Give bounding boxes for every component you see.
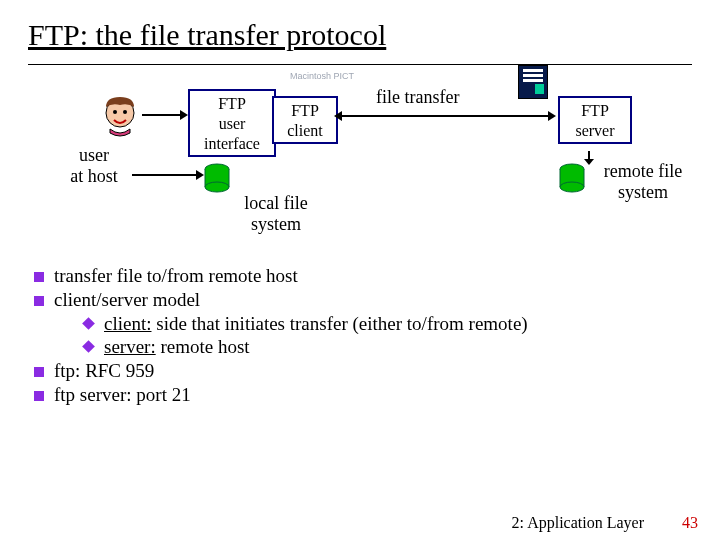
- footer: 2: Application Layer 43: [512, 514, 698, 532]
- ui-box-line1: FTP: [194, 94, 270, 114]
- footer-page-number: 43: [682, 514, 698, 531]
- ui-box-line3: interface: [194, 134, 270, 154]
- client-rest: side that initiates transfer (either to/…: [151, 313, 527, 334]
- client-box-line1: FTP: [278, 101, 332, 121]
- ftp-user-interface-box: FTP user interface: [188, 89, 276, 157]
- arrow-transfer: [334, 107, 556, 125]
- svg-marker-7: [548, 111, 556, 121]
- ftp-client-box: FTP client: [272, 96, 338, 144]
- bullet-transfer: transfer file to/from remote host: [32, 265, 692, 287]
- bullet-model-text: client/server model: [54, 289, 200, 310]
- sub-bullet-server: server: remote host: [82, 336, 692, 358]
- arrow-user-to-ui: [142, 109, 188, 121]
- bullet-model: client/server model client: side that in…: [32, 289, 692, 358]
- slide-title: FTP: the file transfer protocol: [28, 18, 692, 52]
- footer-chapter: 2: Application Layer: [512, 514, 644, 531]
- user-at-host-line1: user: [54, 145, 134, 166]
- server-box-line1: FTP: [564, 101, 626, 121]
- svg-point-19: [560, 182, 584, 192]
- server-box-line2: server: [564, 121, 626, 141]
- server-rest: remote host: [156, 336, 250, 357]
- arrow-user-to-localfs: [132, 169, 204, 181]
- local-disk-icon: [203, 163, 231, 193]
- bullet-port: ftp server: port 21: [32, 384, 692, 406]
- svg-point-1: [113, 110, 117, 114]
- remote-disk-icon: [558, 163, 586, 193]
- client-term: client:: [104, 313, 151, 334]
- title-divider: [28, 64, 692, 65]
- ftp-server-box: FTP server: [558, 96, 632, 144]
- user-at-host-label: user at host: [54, 145, 134, 187]
- user-at-host-line2: at host: [54, 166, 134, 187]
- svg-marker-4: [180, 110, 188, 120]
- local-file-system-label: local file system: [226, 193, 326, 235]
- server-icon: [518, 65, 548, 99]
- remote-file-system-label: remote file system: [588, 161, 698, 203]
- ui-box-line2: user: [194, 114, 270, 134]
- file-transfer-label: file transfer: [376, 87, 459, 108]
- watermark-text: Macintosh PICT: [290, 71, 354, 81]
- user-icon: [98, 93, 142, 137]
- client-box-line2: client: [278, 121, 332, 141]
- remote-fs-line1: remote file: [588, 161, 698, 182]
- svg-point-2: [123, 110, 127, 114]
- ftp-diagram: Macintosh PICT FTP user interface FTP c: [28, 71, 688, 261]
- bullet-list: transfer file to/from remote host client…: [28, 261, 692, 406]
- local-fs-line2: system: [226, 214, 326, 235]
- svg-point-14: [205, 182, 229, 192]
- sub-bullet-client: client: side that initiates transfer (ei…: [82, 313, 692, 335]
- svg-marker-6: [334, 111, 342, 121]
- local-fs-line1: local file: [226, 193, 326, 214]
- server-term: server:: [104, 336, 156, 357]
- remote-fs-line2: system: [588, 182, 698, 203]
- bullet-rfc: ftp: RFC 959: [32, 360, 692, 382]
